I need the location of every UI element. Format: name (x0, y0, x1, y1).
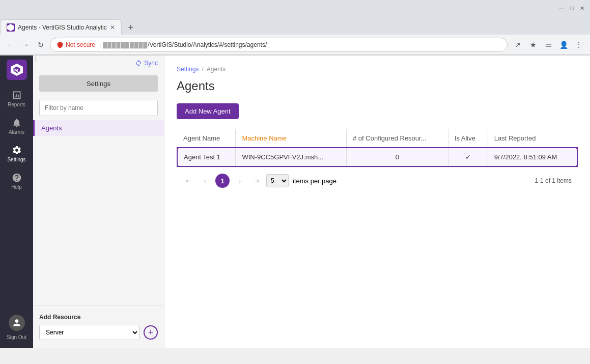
sidebar-item-reports[interactable]: Reports (2, 86, 32, 111)
current-page: 1 (215, 174, 230, 188)
col-last-reported-label: Last Reported (494, 134, 536, 142)
collapse-button[interactable]: ⁝ (35, 55, 37, 63)
items-per-page-label: items per page (293, 177, 336, 185)
sidebar-bottom: Sign Out (2, 311, 32, 344)
add-resource-button[interactable]: + (144, 325, 158, 340)
svg-marker-0 (7, 24, 14, 31)
nav-item-agents[interactable]: Agents (33, 120, 164, 136)
col-is-alive: Is Alive (448, 129, 488, 148)
tab-title: Agents - VertiGIS Studio Analytic (18, 24, 107, 31)
bell-icon (12, 118, 22, 128)
gear-icon (12, 145, 22, 155)
next-page-button[interactable]: › (234, 175, 246, 187)
sync-icon (135, 60, 142, 67)
page-title: Agents (177, 79, 578, 93)
window-controls: — □ ✕ (557, 4, 586, 12)
sidebar-item-settings[interactable]: Settings (2, 141, 32, 166)
sidebar-item-signout[interactable]: Sign Out (2, 311, 32, 344)
table-body: Agent Test 1 WIN-9CC5GPVFV2J.msh... 0 ✓ … (177, 148, 577, 166)
add-resource-row: Server Database Service + (39, 325, 158, 340)
maximize-button[interactable]: □ (568, 4, 576, 12)
breadcrumb-settings[interactable]: Settings (177, 66, 199, 73)
breadcrumb: Settings / Agents (177, 66, 578, 73)
breadcrumb-agents: Agents (207, 66, 226, 73)
toolbar-icons: ↗ ★ ▭ 👤 ⋮ (511, 38, 586, 52)
cell-machine-name: WIN-9CC5GPVFV2J.msh... (236, 148, 347, 166)
svg-text:M: M (14, 68, 18, 73)
col-machine-name-label: Machine Name (242, 134, 286, 142)
app-container: M Reports Alarms Settings Help (0, 55, 590, 348)
sync-label: Sync (144, 60, 158, 67)
left-panel-bottom: Add Resource Server Database Service + (33, 305, 164, 348)
table-header: Agent Name Machine Name # of Configured … (177, 129, 577, 148)
browser-chrome: — □ ✕ Agents - VertiGIS Studio Analytic … (0, 0, 590, 55)
tab-bar: Agents - VertiGIS Studio Analytic ✕ + (0, 16, 590, 35)
resource-type-select[interactable]: Server Database Service (39, 325, 139, 340)
sidebar-item-help-label: Help (11, 184, 22, 190)
last-page-button[interactable]: ⇥ (250, 175, 262, 187)
forward-button[interactable]: → (19, 39, 32, 51)
breadcrumb-separator: / (202, 66, 203, 73)
nav-item-agents-label: Agents (41, 124, 62, 132)
minimize-button[interactable]: — (557, 4, 566, 12)
col-last-reported: Last Reported (488, 129, 577, 148)
cell-last-reported: 9/7/2022, 8:51:09 AM (488, 148, 577, 166)
sidebar-item-alarms[interactable]: Alarms (2, 114, 32, 139)
profile-icon[interactable]: 👤 (556, 38, 571, 52)
security-label: Not secure (66, 41, 95, 48)
split-screen-icon[interactable]: ▭ (541, 38, 555, 52)
cell-configured-resources: 0 (347, 148, 448, 166)
col-configured-resources-label: # of Configured Resour... (353, 134, 427, 142)
col-is-alive-label: Is Alive (455, 134, 475, 142)
filter-input[interactable] (39, 100, 158, 116)
question-icon (12, 173, 22, 183)
col-agent-name: Agent Name (177, 129, 236, 148)
security-badge: Not secure | (57, 41, 103, 48)
left-panel: Sync ⁝ Settings Agents Add Resource Serv… (33, 55, 164, 348)
sidebar-item-settings-label: Settings (7, 157, 25, 162)
sidebar-item-alarms-label: Alarms (9, 129, 24, 135)
back-button[interactable]: ← (4, 39, 16, 51)
bookmark-icon[interactable]: ★ (526, 38, 540, 52)
close-button[interactable]: ✕ (578, 4, 586, 12)
chart-icon (12, 90, 22, 100)
sidebar-item-reports-label: Reports (8, 102, 25, 107)
agents-table: Agent Name Machine Name # of Configured … (177, 129, 578, 167)
menu-icon[interactable]: ⋮ (572, 38, 586, 52)
title-bar: — □ ✕ (0, 0, 590, 16)
col-configured-resources: # of Configured Resour... (347, 129, 448, 148)
pagination: ⇤ ‹ 1 › ⇥ 5 10 25 items per page 1-1 of … (177, 167, 578, 194)
sidebar: M Reports Alarms Settings Help (0, 55, 33, 348)
sync-button[interactable]: Sync (144, 60, 158, 67)
sign-out-label: Sign Out (7, 334, 26, 340)
page-info: 1-1 of 1 items (535, 177, 572, 184)
browser-tab[interactable]: Agents - VertiGIS Studio Analytic ✕ (0, 19, 122, 35)
app-logo[interactable]: M (7, 60, 27, 80)
cell-is-alive: ✓ (448, 148, 488, 166)
table-row[interactable]: Agent Test 1 WIN-9CC5GPVFV2J.msh... 0 ✓ … (177, 148, 577, 166)
table-header-row: Agent Name Machine Name # of Configured … (177, 129, 577, 148)
address-bar: ← → ↻ Not secure | ██████████/VertiGIS/S… (0, 35, 590, 55)
new-tab-button[interactable]: + (124, 20, 138, 35)
col-agent-name-label: Agent Name (183, 134, 220, 142)
add-new-agent-button[interactable]: Add New Agent (177, 103, 239, 119)
first-page-button[interactable]: ⇤ (183, 175, 195, 187)
settings-nav-button[interactable]: Settings (39, 75, 158, 92)
col-machine-name: Machine Name (236, 129, 347, 148)
prev-page-button[interactable]: ‹ (199, 175, 211, 187)
left-panel-top: Sync ⁝ (33, 55, 164, 71)
main-content: Settings / Agents Agents Add New Agent A… (164, 55, 590, 348)
close-tab-button[interactable]: ✕ (110, 24, 115, 31)
share-icon[interactable]: ↗ (511, 38, 525, 52)
cell-agent-name: Agent Test 1 (177, 148, 236, 166)
settings-button-label: Settings (87, 80, 110, 88)
items-per-page-select[interactable]: 5 10 25 (266, 174, 289, 187)
avatar (9, 315, 25, 331)
sidebar-item-help[interactable]: Help (2, 169, 32, 194)
add-resource-label: Add Resource (39, 314, 158, 321)
url-bar[interactable]: Not secure | ██████████/VertiGIS/Studio/… (50, 38, 508, 52)
tab-favicon (7, 23, 15, 32)
refresh-button[interactable]: ↻ (35, 39, 47, 51)
